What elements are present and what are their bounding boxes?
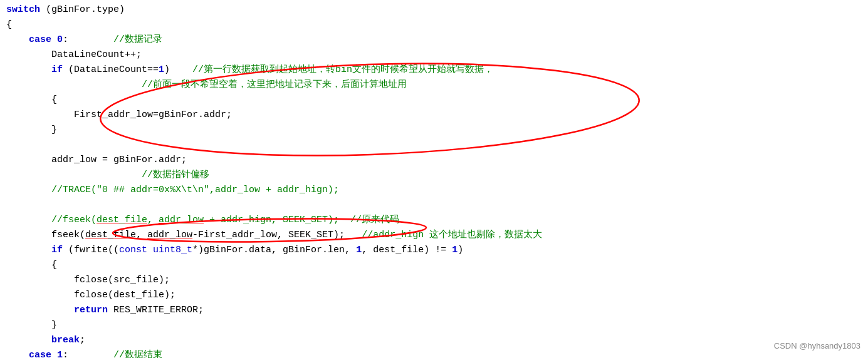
code-line: { [6,93,862,108]
code-line: fseek(dest_file, addr_low-First_addr_low… [6,228,862,243]
code-line: switch (gBinFor.type) [6,3,862,18]
code-line: case 0: //数据记录 [6,33,862,48]
code-line: case 1: //数据结束 [6,348,862,358]
code-line [6,198,862,213]
code-line [6,138,862,153]
code-line: { [6,18,862,33]
code-line: return RES_WRITE_ERROR; [6,303,862,318]
code-line: if (DataLineCount==1) //第一行数据获取到起始地址，转bi… [6,63,862,78]
code-line: //TRACE("0 ## addr=0x%X\t\n",addr_low + … [6,183,862,198]
code-line: First_addr_low=gBinFor.addr; [6,108,862,123]
code-line: { [6,258,862,273]
code-line: if (fwrite((const uint8_t*)gBinFor.data,… [6,243,862,258]
watermark: CSDN @hyhsandy1803 [774,340,860,353]
code-line: } [6,318,862,333]
code-container: switch (gBinFor.type){ case 0: //数据记录 Da… [0,0,868,358]
code-line: break; [6,333,862,348]
code-line: //fseek(dest_file, addr_low + addr_hign,… [6,213,862,228]
code-line: fclose(dest_file); [6,288,862,303]
code-line: addr_low = gBinFor.addr; [6,153,862,168]
code-block: switch (gBinFor.type){ case 0: //数据记录 Da… [6,3,862,358]
code-line: } [6,123,862,138]
code-line: //前面一段不希望空着，这里把地址记录下来，后面计算地址用 [6,78,862,93]
code-line: //数据指针偏移 [6,168,862,183]
code-line: fclose(src_file); [6,273,862,288]
code-line: DataLineCount++; [6,48,862,63]
